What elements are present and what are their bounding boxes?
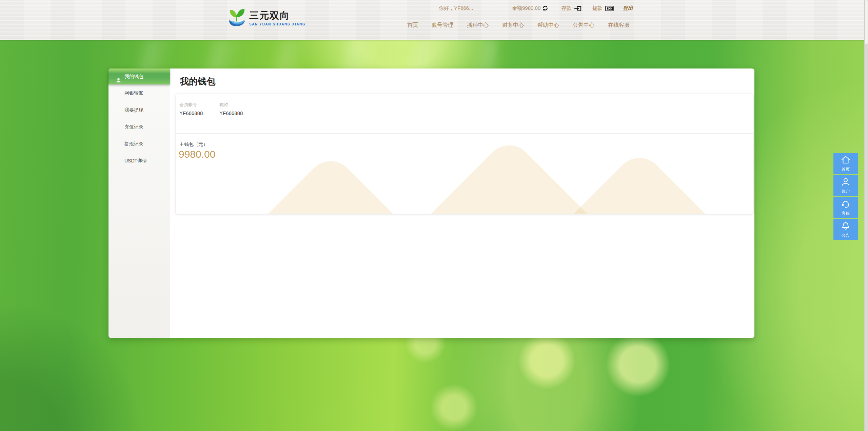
- sidebar-item-withdraw-records[interactable]: 提现记录: [108, 135, 170, 152]
- member-info-row: 会员帐号 YF666888 昵称 YF666888: [179, 102, 259, 116]
- balance-label: 余额: [512, 5, 522, 11]
- logo-subtitle: SAN YUAN SHUANG XIANG: [249, 22, 305, 26]
- float-button-home[interactable]: 首页: [833, 153, 858, 174]
- balance-text: 余额9980.00: [512, 5, 540, 12]
- nav-item-announcement-center[interactable]: 公告中心: [573, 22, 594, 29]
- card-divider: [176, 133, 753, 134]
- wallet-card: 会员帐号 YF666888 昵称 YF666888 主钱包（元） 9980.00: [176, 94, 753, 214]
- float-button-label: 首页: [842, 166, 850, 172]
- scrollbar[interactable]: [864, 0, 868, 431]
- deposit-box-icon[interactable]: [574, 5, 581, 13]
- sprout-bowl-icon: [227, 7, 246, 28]
- banknote-icon[interactable]: [605, 6, 614, 13]
- wallet-amount: 9980.00: [179, 149, 215, 160]
- sidebar-item-label: 我的钱包: [124, 74, 143, 79]
- logo[interactable]: 三元双向 SAN YUAN SHUANG XIANG: [227, 7, 305, 28]
- member-nickname-label: 昵称: [219, 102, 259, 108]
- bell-icon: [841, 219, 850, 232]
- member-nickname: 昵称 YF666888: [219, 102, 259, 116]
- logo-titles: 三元双向 SAN YUAN SHUANG XIANG: [249, 7, 305, 26]
- float-button-label: 客服: [842, 211, 850, 216]
- member-account-label: 会员帐号: [179, 102, 219, 108]
- nav-item-help-center[interactable]: 帮助中心: [537, 22, 559, 29]
- greeting-text: 你好，YF666...: [439, 5, 473, 12]
- nav-item-seeding-center[interactable]: 播种中心: [467, 22, 489, 29]
- nav-item-home[interactable]: 首页: [407, 22, 418, 29]
- sidebar-item-usdt-details[interactable]: USDT详情: [108, 152, 170, 169]
- header: 三元双向 SAN YUAN SHUANG XIANG 你好，YF666... 余…: [0, 0, 868, 40]
- float-button-account[interactable]: 账户: [833, 175, 858, 196]
- main-nav: 首页 账号管理 播种中心 财务中心 帮助中心 公告中心 在线客服: [407, 22, 630, 29]
- nav-item-online-service[interactable]: 在线客服: [608, 22, 630, 29]
- withdraw-link[interactable]: 提款: [592, 5, 603, 12]
- member-account-value: YF666888: [179, 110, 219, 116]
- sidebar-item-withdraw[interactable]: 我要提现: [108, 101, 170, 118]
- sidebar-item-my-wallet[interactable]: 我的钱包: [108, 68, 170, 84]
- wallet-label: 主钱包（元）: [179, 141, 208, 148]
- float-button-announcement[interactable]: 公告: [833, 219, 858, 240]
- page-title: 我的钱包: [180, 76, 215, 87]
- sidebar: 我的钱包 网银转账 我要提现 充值记录 提现记录 USDT详情: [108, 68, 170, 338]
- refresh-icon[interactable]: [542, 5, 548, 13]
- sidebar-item-bank-transfer[interactable]: 网银转账: [108, 84, 170, 101]
- float-button-label: 公告: [842, 233, 850, 238]
- wallet-panel: 我的钱包 网银转账 我要提现 充值记录 提现记录 USDT详情 我的钱包 会员帐…: [108, 68, 754, 338]
- customer-service-icon: [841, 197, 850, 210]
- deposit-link[interactable]: 存款: [561, 5, 572, 12]
- sidebar-item-recharge-records[interactable]: 充值记录: [108, 118, 170, 135]
- float-button-service[interactable]: 客服: [833, 197, 858, 218]
- scrollbar-thumb[interactable]: [865, 0, 868, 44]
- logo-title: 三元双向: [249, 10, 305, 21]
- member-nickname-value: YF666888: [219, 110, 259, 116]
- nav-item-finance-center[interactable]: 财务中心: [502, 22, 524, 29]
- content-area: 我的钱包 会员帐号 YF666888 昵称 YF666888 主钱包（: [170, 68, 754, 338]
- page: 三元双向 SAN YUAN SHUANG XIANG 你好，YF666... 余…: [0, 0, 868, 431]
- balance-value: 9980.00: [522, 5, 540, 11]
- nav-item-account-management[interactable]: 账号管理: [432, 22, 453, 29]
- user-icon: [841, 175, 850, 188]
- floating-button-group: 首页 账户 客服: [833, 153, 858, 240]
- home-icon: [841, 153, 850, 165]
- float-button-label: 账户: [842, 189, 850, 194]
- member-account: 会员帐号 YF666888: [179, 102, 219, 116]
- decorative-shape: [180, 152, 482, 214]
- logout-link[interactable]: 登出: [623, 5, 633, 12]
